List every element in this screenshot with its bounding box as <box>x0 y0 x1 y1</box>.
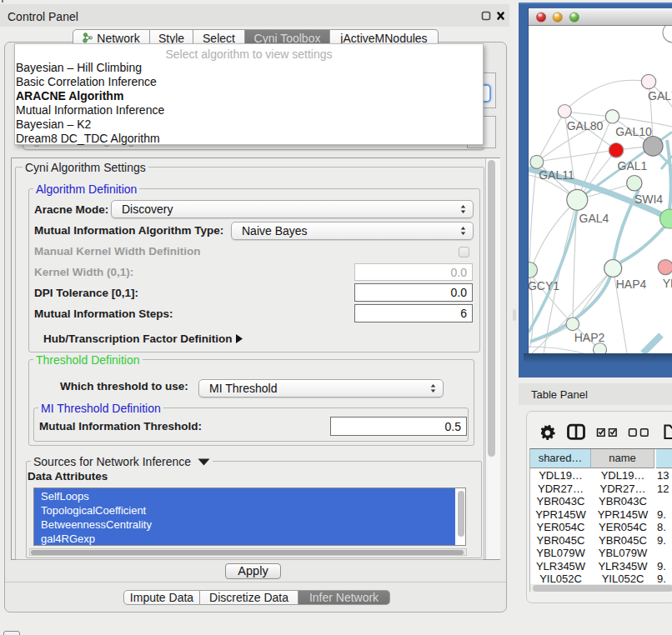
svg-text:GAL10: GAL10 <box>615 125 652 138</box>
svg-text:GAL4: GAL4 <box>579 212 609 225</box>
svg-text:GCY1: GCY1 <box>529 279 559 292</box>
svg-text:GAL1: GAL1 <box>618 159 648 172</box>
svg-text:GAL11: GAL11 <box>539 168 574 182</box>
svg-text:SWI4: SWI4 <box>634 192 663 206</box>
svg-text:GAL80: GAL80 <box>567 119 604 132</box>
svg-text:HAP2: HAP2 <box>574 331 605 344</box>
svg-text:HAP4: HAP4 <box>616 278 647 291</box>
svg-text:GAL7: GAL7 <box>648 89 672 102</box>
svg-text:YPL: YPL <box>663 277 672 290</box>
